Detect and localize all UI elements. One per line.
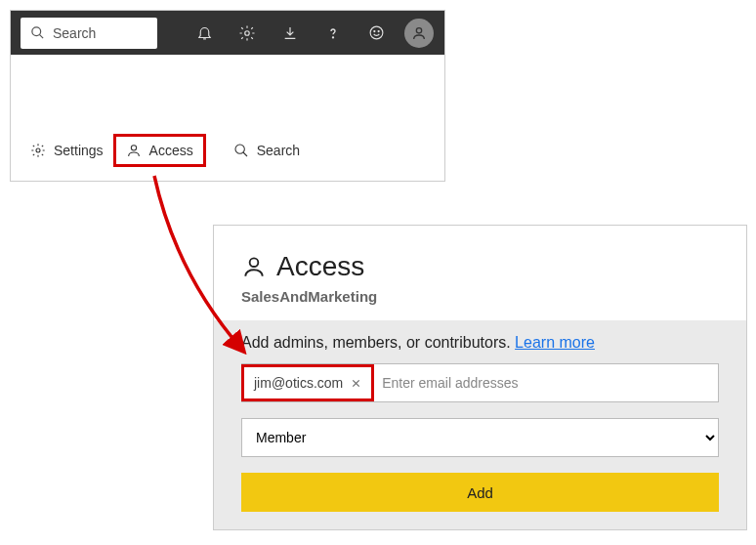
global-top-bar: Search — [11, 11, 444, 55]
help-button[interactable] — [314, 11, 353, 55]
feedback-button[interactable] — [357, 11, 396, 55]
toolbar-access[interactable]: Access — [113, 134, 206, 167]
global-search-box[interactable]: Search — [21, 18, 157, 49]
account-avatar[interactable] — [399, 11, 439, 55]
svg-point-4 — [370, 26, 383, 39]
access-panel-title: Access — [276, 251, 364, 282]
svg-line-11 — [243, 152, 247, 156]
add-button[interactable]: Add — [241, 473, 719, 512]
email-input[interactable] — [374, 364, 718, 401]
role-select[interactable]: Member — [241, 418, 719, 457]
svg-line-1 — [39, 34, 43, 38]
access-form-prompt: Add admins, members, or contributors. Le… — [241, 334, 719, 352]
learn-more-link[interactable]: Learn more — [515, 334, 595, 351]
access-panel: Access SalesAndMarketing Add admins, mem… — [213, 225, 747, 530]
workspace-toolbar-panel: Search Settings Access — [10, 10, 445, 182]
svg-point-8 — [36, 148, 40, 152]
svg-point-2 — [245, 30, 250, 35]
global-search-placeholder: Search — [53, 25, 96, 41]
access-form-area: Add admins, members, or contributors. Le… — [214, 320, 746, 529]
person-icon — [411, 25, 427, 41]
email-chip-remove[interactable] — [351, 378, 361, 389]
svg-point-5 — [373, 31, 374, 32]
download-icon — [282, 25, 298, 41]
svg-point-0 — [32, 27, 41, 36]
bell-icon — [196, 24, 213, 41]
search-icon — [233, 143, 249, 158]
svg-point-10 — [235, 145, 244, 153]
svg-point-7 — [416, 27, 421, 32]
close-icon — [351, 378, 361, 389]
person-icon — [241, 254, 267, 279]
search-icon — [30, 25, 45, 40]
download-button[interactable] — [271, 11, 310, 55]
person-icon — [126, 143, 142, 158]
toolbar-search[interactable]: Search — [224, 137, 310, 164]
notifications-button[interactable] — [185, 11, 224, 55]
workspace-sub-toolbar: Settings Access Search — [11, 124, 319, 181]
svg-point-3 — [332, 36, 333, 37]
access-form-prompt-text: Add admins, members, or contributors. — [241, 334, 515, 351]
access-panel-subtitle: SalesAndMarketing — [241, 288, 719, 305]
email-input-row: jim@otics.com — [241, 363, 719, 402]
svg-point-12 — [250, 258, 259, 267]
svg-point-6 — [378, 31, 379, 32]
smile-icon — [368, 24, 385, 41]
email-chip-text: jim@otics.com — [254, 375, 343, 391]
access-panel-title-row: Access — [241, 251, 719, 282]
gear-icon — [30, 143, 46, 158]
gear-icon — [238, 24, 256, 42]
access-panel-header: Access SalesAndMarketing — [214, 226, 746, 320]
email-chip: jim@otics.com — [241, 364, 374, 401]
toolbar-search-label: Search — [257, 143, 300, 158]
toolbar-access-label: Access — [149, 143, 193, 158]
help-icon — [325, 25, 341, 41]
svg-point-9 — [131, 146, 136, 150]
settings-gear-button[interactable] — [228, 11, 267, 55]
toolbar-settings[interactable]: Settings — [21, 137, 113, 164]
toolbar-settings-label: Settings — [54, 143, 104, 158]
